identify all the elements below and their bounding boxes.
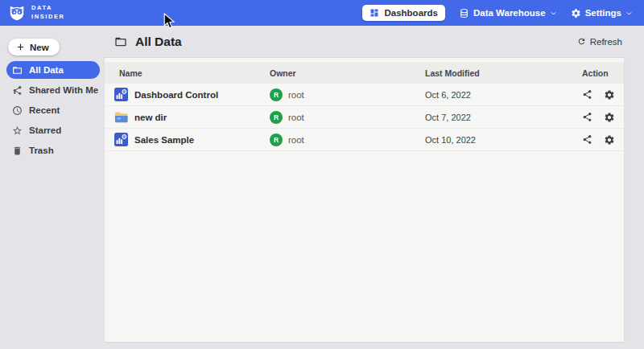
dashboard-file-icon [114, 88, 128, 101]
app-window: DATA INSIDER Dashboards Data Warehouse [0, 0, 644, 349]
nav-settings-label: Settings [585, 8, 621, 18]
sidebar-item-recent[interactable]: Recent [6, 101, 100, 119]
sidebar-item-trash[interactable]: Trash [6, 142, 100, 159]
sidebar-item-label: All Data [29, 65, 64, 75]
sidebar-item-shared-with-me[interactable]: Shared With Me [6, 81, 100, 99]
sidebar-item-label: Trash [29, 146, 54, 155]
app-logo-text: DATA INSIDER [31, 4, 65, 22]
table-row-sales-sample[interactable]: Sales Sample R root Oct 10, 2022 [105, 129, 624, 151]
table-header-row: Name Owner Last Modified Action [105, 62, 624, 84]
dashboard-grid-icon [369, 8, 379, 18]
database-icon [459, 8, 469, 18]
sidebar-menu: All Data Shared With Me Recent Starred [0, 61, 105, 162]
owner-avatar: R [270, 88, 283, 101]
chevron-down-icon [625, 10, 633, 17]
table-row-new-dir[interactable]: new dir R root Oct 7, 2022 [105, 106, 624, 129]
nav-dashboards-button[interactable]: Dashboards [362, 5, 444, 21]
table-row-dashboard-control[interactable]: Dashboard Control R root Oct 6, 2022 [105, 84, 624, 106]
top-bar: DATA INSIDER Dashboards Data Warehouse [0, 0, 644, 26]
sidebar-item-label: Shared With Me [29, 85, 98, 95]
folder-file-icon [114, 111, 128, 124]
column-header-action: Action [582, 68, 624, 78]
new-button-label: New [30, 43, 49, 52]
last-modified-date: Oct 10, 2022 [425, 135, 582, 145]
file-name: Dashboard Control [134, 90, 218, 100]
last-modified-date: Oct 7, 2022 [425, 113, 582, 122]
content-header: All Data Refresh [105, 26, 644, 57]
gear-icon[interactable] [604, 112, 615, 123]
share-icon[interactable] [582, 112, 592, 122]
column-header-last-modified: Last Modified [425, 68, 582, 78]
nav-dashboards-label: Dashboards [384, 8, 437, 18]
share-icon[interactable] [582, 89, 592, 100]
gear-icon[interactable] [604, 134, 615, 146]
sidebar: New All Data Shared With Me Recent [0, 26, 105, 349]
sidebar-item-label: Recent [29, 105, 60, 115]
owner-name: root [288, 135, 304, 145]
share-icon[interactable] [582, 134, 592, 145]
star-icon [12, 125, 23, 136]
last-modified-date: Oct 6, 2022 [425, 90, 582, 100]
top-nav: Dashboards Data Warehouse Settings [362, 5, 644, 21]
column-header-owner: Owner [270, 68, 425, 78]
owner-avatar: R [270, 133, 283, 146]
sidebar-item-starred[interactable]: Starred [6, 121, 100, 139]
owner-name: root [288, 90, 304, 100]
nav-data-warehouse[interactable]: Data Warehouse [459, 8, 557, 18]
file-table: Name Owner Last Modified Action Dashboar… [105, 58, 624, 342]
nav-settings[interactable]: Settings [571, 8, 633, 18]
trash-icon [12, 146, 23, 156]
clock-icon [12, 105, 23, 116]
sidebar-item-all-data[interactable]: All Data [6, 61, 100, 79]
gear-icon [571, 8, 581, 18]
owner-name: root [288, 113, 304, 122]
app-logo: DATA INSIDER [0, 4, 65, 22]
folder-icon [12, 65, 23, 76]
file-name: new dir [134, 113, 167, 122]
folder-icon [114, 35, 127, 48]
file-name: Sales Sample [134, 135, 194, 145]
chevron-down-icon [550, 10, 557, 17]
dashboard-file-icon [114, 133, 128, 146]
sidebar-item-label: Starred [29, 125, 61, 135]
refresh-button[interactable]: Refresh [577, 37, 622, 47]
column-header-name: Name [105, 68, 270, 78]
new-button[interactable]: New [8, 39, 60, 55]
owner-avatar: R [270, 111, 283, 124]
plus-icon [16, 43, 25, 51]
refresh-label: Refresh [590, 37, 622, 47]
gear-icon[interactable] [604, 89, 615, 101]
page-title: All Data [135, 35, 182, 49]
nav-data-warehouse-label: Data Warehouse [473, 8, 546, 18]
owl-logo-icon [8, 4, 26, 22]
refresh-icon [577, 37, 586, 46]
shared-users-icon [12, 85, 23, 96]
